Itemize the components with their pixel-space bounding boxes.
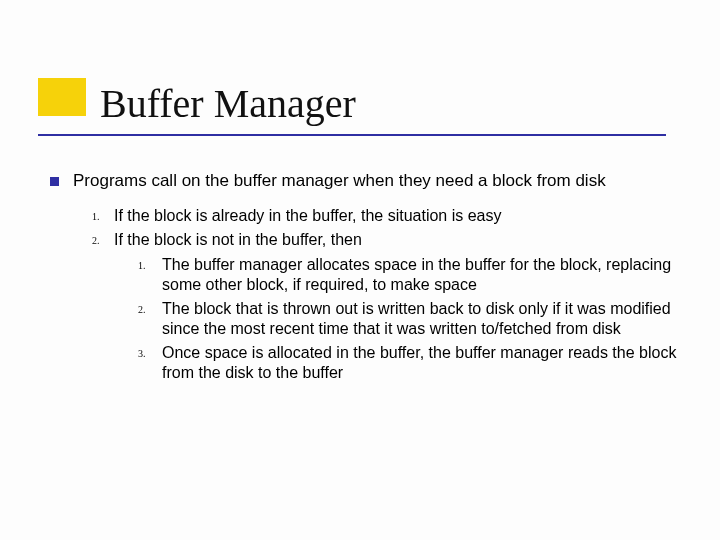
list-item: 2. If the block is not in the buffer, th…: [92, 230, 678, 250]
bullet-text: Programs call on the buffer manager when…: [73, 170, 606, 192]
bullet-level1: Programs call on the buffer manager when…: [50, 170, 678, 192]
slide-title: Buffer Manager: [100, 80, 356, 127]
item-number: 2.: [92, 230, 114, 248]
slide-body: Programs call on the buffer manager when…: [50, 170, 678, 387]
item-number: 1.: [92, 206, 114, 224]
decoration-underline: [38, 134, 666, 136]
list-item: 1. The buffer manager allocates space in…: [138, 255, 678, 296]
list-level2: 1. If the block is already in the buffer…: [92, 206, 678, 384]
decoration-yellow-box: [38, 78, 86, 116]
list-level3: 1. The buffer manager allocates space in…: [138, 255, 678, 384]
item-number: 1.: [138, 255, 162, 273]
slide: Buffer Manager Programs call on the buff…: [0, 0, 720, 540]
square-bullet-icon: [50, 177, 59, 186]
list-item: 1. If the block is already in the buffer…: [92, 206, 678, 226]
item-number: 3.: [138, 343, 162, 361]
list-item: 2. The block that is thrown out is writt…: [138, 299, 678, 340]
list-item: 3. Once space is allocated in the buffer…: [138, 343, 678, 384]
item-text: If the block is not in the buffer, then: [114, 230, 362, 250]
item-number: 2.: [138, 299, 162, 317]
item-text: The buffer manager allocates space in th…: [162, 255, 678, 296]
item-text: Once space is allocated in the buffer, t…: [162, 343, 678, 384]
item-text: If the block is already in the buffer, t…: [114, 206, 501, 226]
item-text: The block that is thrown out is written …: [162, 299, 678, 340]
